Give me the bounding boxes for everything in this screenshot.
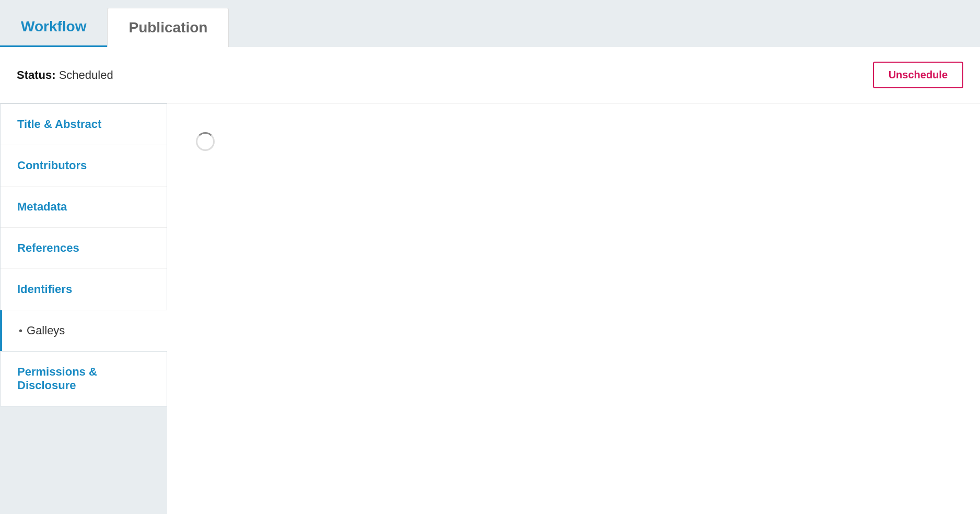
tab-bar: Workflow Publication <box>0 0 980 47</box>
main-content: Title & Abstract Contributors Metadata R… <box>0 103 980 514</box>
sidebar-item-permissions-disclosure[interactable]: Permissions & Disclosure <box>1 352 167 406</box>
sidebar-section-top: Title & Abstract Contributors Metadata R… <box>0 103 167 310</box>
status-value: Scheduled <box>59 68 113 81</box>
loading-spinner <box>196 132 215 151</box>
sidebar-item-title-abstract[interactable]: Title & Abstract <box>1 104 167 145</box>
loading-spinner-container <box>196 132 215 151</box>
sidebar-item-contributors[interactable]: Contributors <box>1 145 167 186</box>
tab-publication-label: Publication <box>129 19 207 36</box>
tab-workflow[interactable]: Workflow <box>0 8 107 47</box>
content-panel <box>167 103 980 514</box>
status-text: Status: Scheduled <box>17 68 113 82</box>
galleys-dot: • <box>19 325 22 337</box>
sidebar-item-references[interactable]: References <box>1 228 167 269</box>
sidebar-section-bottom: Permissions & Disclosure <box>0 351 167 406</box>
status-bar: Status: Scheduled Unschedule <box>0 47 980 103</box>
tab-workflow-label: Workflow <box>21 18 86 35</box>
sidebar: Title & Abstract Contributors Metadata R… <box>0 103 167 514</box>
sidebar-item-identifiers[interactable]: Identifiers <box>1 269 167 310</box>
tab-publication[interactable]: Publication <box>107 8 229 47</box>
unschedule-button[interactable]: Unschedule <box>873 62 963 88</box>
galleys-label: Galleys <box>27 324 65 337</box>
status-label: Status: <box>17 68 56 81</box>
sidebar-item-galleys[interactable]: • Galleys <box>0 310 167 351</box>
sidebar-item-metadata[interactable]: Metadata <box>1 186 167 228</box>
